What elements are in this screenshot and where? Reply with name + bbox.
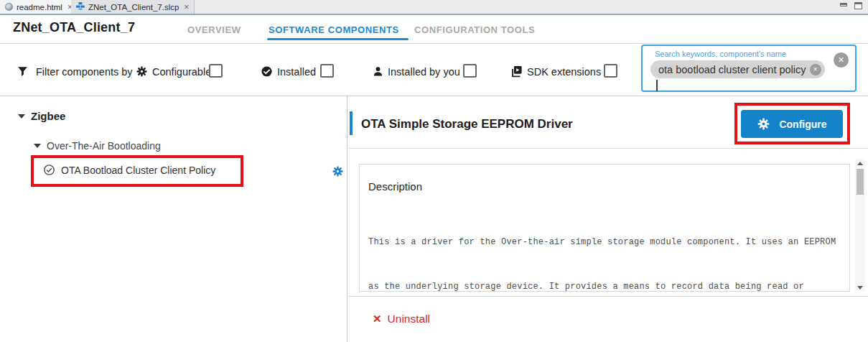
filter-installed-label: Installed [277,66,316,78]
configurable-checkbox[interactable] [209,64,223,78]
description-line: This is a driver for the Over-the-air si… [368,235,841,250]
scrollbar-thumb[interactable] [857,169,864,195]
tab-configuration-tools[interactable]: CONFIGURATION TOOLS [414,24,535,35]
globe-icon [5,3,13,11]
close-icon[interactable] [184,2,189,12]
tree-node-over-the-air-bootloading[interactable]: Over-The-Air Bootloading [34,140,161,152]
editor-tab-bar: readme.html ZNet_OTA_Client_7.slcp [0,0,868,15]
filter-funnel-icon [17,65,29,78]
editor-tab-slcp[interactable]: ZNet_OTA_Client_7.slcp [71,0,195,14]
active-tab-underline [267,38,409,40]
filter-configurable-label: Configurable [152,66,211,78]
simplicity-studio-window: readme.html ZNet_OTA_Client_7.slcp ZNet_… [0,0,868,342]
uninstall-button-label: Uninstall [388,313,430,325]
installed-by-you-checkbox[interactable] [463,64,477,78]
tree-node-label: Over-The-Air Bootloading [47,140,161,152]
description-scrollbar[interactable] [855,159,865,292]
description-heading: Description [368,180,422,193]
description-text: This is a driver for the Over-the-air si… [368,205,841,292]
search-input[interactable]: Search keywords, component's name ota bo… [641,45,857,92]
sdk-extensions-icon [510,65,523,78]
search-clear-icon[interactable] [834,52,849,68]
configure-button[interactable]: Configure [741,110,843,138]
gear-icon [136,65,148,78]
panel-divider [347,96,347,342]
description-line: as the underlying storage device. It pro… [368,279,841,292]
sdk-extensions-checkbox[interactable] [604,64,617,78]
check-circle-icon [261,65,273,78]
person-icon [372,65,384,78]
search-label: Search keywords, component's name [655,50,786,58]
tree-node-zigbee[interactable]: Zigbee [18,110,65,122]
search-chip[interactable]: ota bootload cluster client policy [650,60,825,78]
detail-footer-divider [349,296,868,297]
tree-item-ota-bootload-cluster-client-policy[interactable]: OTA Bootload Cluster Client Policy [43,164,215,176]
filter-bar-label: Filter components by [36,66,133,78]
detail-title-divider [349,148,868,149]
scroll-down-icon[interactable] [855,283,865,292]
installed-checkbox[interactable] [320,64,334,78]
filter-row-divider [0,96,868,96]
description-card: Description This is a driver for the Ove… [359,164,850,292]
uninstall-button[interactable]: Uninstall [373,313,430,325]
component-title: OTA Simple Storage EEPROM Driver [361,117,573,131]
editor-tab-label: ZNet_OTA_Client_7.slcp [88,3,179,11]
configure-button-label: Configure [779,119,826,130]
title-accent-bar [350,111,353,135]
tree-node-label: Zigbee [31,110,65,122]
tab-software-components[interactable]: SOFTWARE COMPONENTS [269,24,399,35]
chevron-down-icon[interactable] [18,114,25,119]
search-chip-text: ota bootload cluster client policy [658,64,806,75]
filter-installed-by-you-label: Installed by you [388,66,460,78]
view-window-controls [840,2,862,9]
page-title: ZNet_OTA_Client_7 [13,20,135,35]
editor-tab-readme[interactable]: readme.html [0,0,78,14]
gear-icon [757,117,770,131]
installed-check-circle-icon [43,164,55,176]
filter-sdk-extensions-label: SDK extensions [527,66,601,78]
chip-remove-icon[interactable] [810,64,821,75]
x-icon [373,313,382,325]
component-configure-gear-icon[interactable] [332,165,344,177]
tree-item-label: OTA Bootload Cluster Client Policy [61,165,215,176]
minimize-icon[interactable] [840,3,847,6]
tab-overview[interactable]: OVERVIEW [187,24,241,35]
scroll-up-icon[interactable] [855,159,865,167]
editor-tab-label: readme.html [17,3,62,11]
slcp-project-icon [76,2,85,11]
maximize-icon[interactable] [854,2,862,9]
chevron-down-icon[interactable] [34,144,41,148]
text-cursor [656,80,658,91]
header-divider [0,43,868,44]
